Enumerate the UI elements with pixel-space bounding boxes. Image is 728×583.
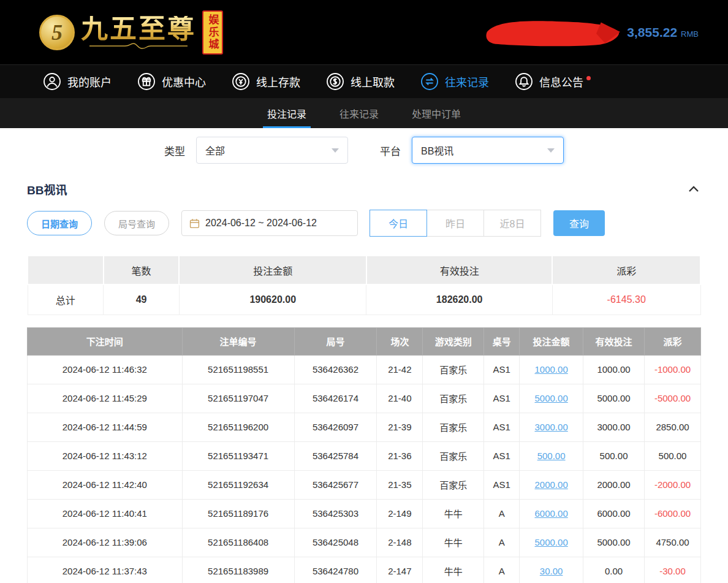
bet-amount-link[interactable]: 30.00 xyxy=(540,566,563,576)
bet-amount-cell: 5000.00 xyxy=(520,384,583,413)
gift-icon xyxy=(137,72,156,91)
table-header-row: 下注时间 注单编号 局号 场次 游戏类别 桌号 投注金额 有效投注 派彩 xyxy=(28,327,701,355)
collapse-section-button[interactable] xyxy=(686,182,701,197)
session-cell: 21-39 xyxy=(377,413,423,441)
bet-time-cell: 2024-06-12 11:37:43 xyxy=(28,557,183,583)
round-no-cell: 536425677 xyxy=(294,470,377,499)
nav-item-deposit[interactable]: 线上存款 xyxy=(232,72,300,91)
round-no-cell: 536426097 xyxy=(294,413,377,441)
tab-processing-orders[interactable]: 处理中订单 xyxy=(410,98,463,128)
summary-header-payout: 派彩 xyxy=(552,256,700,284)
session-cell: 21-36 xyxy=(377,441,423,470)
platform-filter-label: 平台 xyxy=(380,143,401,158)
top-header: 5 九五至尊 娱乐城 3,855.22 RMB xyxy=(0,0,728,64)
deposit-coin-icon xyxy=(232,72,250,91)
bet-amount-cell: 5000.00 xyxy=(520,528,583,557)
table-row: 2024-06-12 11:40:41521651189176536425303… xyxy=(28,499,701,528)
last-8-days-button[interactable]: 近8日 xyxy=(483,210,541,237)
bet-amount-link[interactable]: 2000.00 xyxy=(535,479,568,490)
platform-select[interactable]: BB视讯 xyxy=(412,137,564,164)
valid-bet-cell: 5000.00 xyxy=(583,384,645,413)
bet-time-cell: 2024-06-12 11:39:06 xyxy=(28,528,183,557)
date-range-input[interactable]: 2024-06-12 ~ 2024-06-12 xyxy=(181,210,358,236)
bet-amount-link[interactable]: 3000.00 xyxy=(535,422,568,432)
query-toolbar: 日期查询 局号查询 2024-06-12 ~ 2024-06-12 今日 昨日 … xyxy=(27,210,701,237)
bet-time-cell: 2024-06-12 11:42:40 xyxy=(28,470,183,499)
section-title: BB视讯 xyxy=(27,181,67,197)
notification-dot xyxy=(586,76,591,80)
table-row: 2024-06-12 11:45:29521651197047536426174… xyxy=(28,384,701,413)
payout-cell: 2850.00 xyxy=(645,413,701,441)
round-no-cell: 536426362 xyxy=(294,355,377,384)
game-type-cell: 牛牛 xyxy=(423,557,484,583)
bet-amount-link[interactable]: 5000.00 xyxy=(535,537,568,547)
table-no-cell: A xyxy=(484,499,520,528)
site-logo[interactable]: 5 九五至尊 娱乐城 xyxy=(39,10,223,55)
bet-amount-link[interactable]: 1000.00 xyxy=(535,364,568,375)
bet-id-cell: 521651192634 xyxy=(182,470,294,499)
summary-total-row: 总计 49 190620.00 182620.00 -6145.30 xyxy=(28,284,700,314)
table-row: 2024-06-12 11:44:59521651196200536426097… xyxy=(28,413,701,441)
summary-header-blank xyxy=(28,256,104,284)
bet-amount-cell: 1000.00 xyxy=(520,355,583,384)
bet-time-cell: 2024-06-12 11:46:32 xyxy=(28,355,183,384)
bet-amount-link[interactable]: 500.00 xyxy=(537,451,566,461)
session-cell: 21-42 xyxy=(377,355,423,384)
withdraw-coin-icon xyxy=(326,72,344,91)
round-no-cell: 536425048 xyxy=(294,528,377,557)
chevron-up-icon xyxy=(686,182,701,197)
sub-tabs: 投注记录 往来记录 处理中订单 xyxy=(0,98,728,128)
header-session: 场次 xyxy=(377,327,423,355)
table-row: 2024-06-12 11:37:43521651183989536424780… xyxy=(28,557,701,583)
nav-label: 线上取款 xyxy=(351,74,395,90)
table-row: 2024-06-12 11:42:40521651192634536425677… xyxy=(28,470,701,499)
chevron-down-icon xyxy=(547,148,555,153)
valid-bet-cell: 1000.00 xyxy=(583,355,645,384)
table-no-cell: A xyxy=(484,557,520,583)
round-query-button[interactable]: 局号查询 xyxy=(104,211,169,235)
bet-id-cell: 521651198551 xyxy=(182,355,294,384)
logo-emblem-icon: 5 xyxy=(39,15,75,50)
payout-cell: -1000.00 xyxy=(645,355,701,384)
calendar-icon xyxy=(189,218,200,229)
platform-select-value: BB视讯 xyxy=(421,143,453,158)
bet-amount-link[interactable]: 6000.00 xyxy=(535,508,568,519)
nav-item-records[interactable]: 往来记录 xyxy=(420,72,489,91)
today-button[interactable]: 今日 xyxy=(370,210,427,237)
type-select[interactable]: 全部 xyxy=(196,137,348,164)
tab-transaction-records[interactable]: 往来记录 xyxy=(338,98,381,128)
round-no-cell: 536425303 xyxy=(294,499,377,528)
summary-total-label: 总计 xyxy=(28,284,104,314)
bet-id-cell: 521651193471 xyxy=(182,441,294,470)
round-no-cell: 536426174 xyxy=(294,384,377,413)
header-payout: 派彩 xyxy=(645,327,701,355)
bet-amount-cell: 500.00 xyxy=(520,441,583,470)
summary-count: 49 xyxy=(104,284,180,314)
header-round-no: 局号 xyxy=(294,327,377,355)
round-no-cell: 536425784 xyxy=(294,441,377,470)
bet-id-cell: 521651186408 xyxy=(182,528,294,557)
summary-bet-amount: 190620.00 xyxy=(179,284,366,314)
nav-item-my-account[interactable]: 我的账户 xyxy=(43,72,112,91)
nav-item-withdraw[interactable]: 线上取款 xyxy=(326,72,395,91)
bet-id-cell: 521651189176 xyxy=(182,499,294,528)
bet-records-table: 下注时间 注单编号 局号 场次 游戏类别 桌号 投注金额 有效投注 派彩 202… xyxy=(27,327,701,583)
nav-item-announcements[interactable]: 信息公告 xyxy=(515,72,583,91)
search-button[interactable]: 查询 xyxy=(553,210,605,236)
balance-currency: RMB xyxy=(681,26,699,39)
header-table-no: 桌号 xyxy=(484,327,520,355)
bet-time-cell: 2024-06-12 11:43:12 xyxy=(28,441,183,470)
summary-header-row: 笔数 投注金额 有效投注 派彩 xyxy=(28,256,700,284)
nav-item-promotions[interactable]: 优惠中心 xyxy=(137,72,206,91)
bet-id-cell: 521651197047 xyxy=(182,384,294,413)
chevron-down-icon xyxy=(332,148,339,153)
brand-badge: 娱乐城 xyxy=(202,10,223,55)
redaction-scribble xyxy=(485,16,621,49)
game-type-cell: 牛牛 xyxy=(423,528,484,557)
payout-cell: -5000.00 xyxy=(645,384,701,413)
bet-amount-link[interactable]: 5000.00 xyxy=(535,393,568,403)
date-query-button[interactable]: 日期查询 xyxy=(27,211,92,235)
yesterday-button[interactable]: 昨日 xyxy=(427,210,484,237)
tab-bet-records[interactable]: 投注记录 xyxy=(265,98,308,128)
table-no-cell: AS1 xyxy=(484,470,520,499)
